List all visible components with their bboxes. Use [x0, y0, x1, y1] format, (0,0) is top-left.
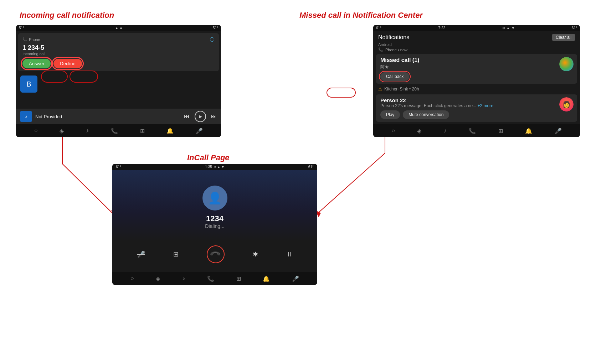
incall-nav-mic[interactable]: 🎤 [292, 275, 299, 282]
incoming-phone-icon: 📞 [22, 37, 27, 41]
kitchen-sink-row: ⚠ Kitchen Sink • 20h [373, 85, 580, 93]
keypad-icon: ⊞ [173, 250, 179, 258]
prev-button[interactable]: ⏮ [184, 113, 190, 120]
incall-status-bar: 61° 1:35 ⊕ ▲ ▼ 61° [112, 164, 317, 170]
incall-nav-diamond[interactable]: ◈ [156, 275, 160, 282]
app-icon-1-letter: B [26, 80, 31, 88]
call-back-button[interactable]: Call back [380, 72, 409, 81]
missed-call-panel: 61° 7:22 ⊕ ▲ ▼ 61° Notifications Clear a… [373, 25, 580, 137]
svg-line-1 [62, 164, 113, 214]
missed-call-card: Missed call (1) 阿★ Call back [376, 54, 577, 84]
incall-time: 1:35 [205, 165, 212, 169]
phone-time-label: Phone • now [385, 48, 407, 52]
missed-nav-phone[interactable]: 📞 [469, 128, 476, 134]
person22-name: Person 22 [380, 97, 573, 103]
nav-grid[interactable]: ⊞ [140, 128, 145, 134]
incoming-bluetooth-icon: ⬡ [210, 36, 215, 43]
missed-status-icons: ⊕ ▲ ▼ [502, 26, 515, 30]
incall-status-center: 1:35 ⊕ ▲ ▼ [205, 165, 224, 169]
missed-status-time: 7:22 [438, 26, 445, 30]
more-badge: +2 more [477, 103, 493, 108]
svg-line-4 [317, 153, 385, 214]
incall-nav-bell[interactable]: 🔔 [263, 275, 270, 282]
play-button[interactable]: ▶ [195, 111, 206, 122]
bluetooth-incall-button[interactable]: ✱ [253, 250, 258, 258]
android-label: Android [373, 42, 580, 47]
mute-icon: 🎤 [137, 250, 145, 258]
status-icon-1: ▲ [115, 26, 119, 30]
missed-nav-bell[interactable]: 🔔 [525, 128, 532, 134]
person22-actions: Play Mute conversation [380, 110, 573, 119]
incall-nav-grid[interactable]: ⊞ [236, 275, 241, 282]
incoming-status-right: 51° [213, 26, 218, 30]
person22-avatar: 👩 [559, 97, 574, 111]
notifications-title: Notifications [378, 34, 409, 41]
app-icons-row: B [16, 73, 221, 95]
incall-nav-phone[interactable]: 📞 [207, 275, 214, 282]
missed-status-right: 61° [572, 26, 577, 30]
avatar-icon: 👤 [208, 191, 222, 205]
notifications-header: Notifications Clear all [373, 31, 580, 42]
incall-title: InCall Page [187, 153, 230, 162]
person22-message: Person 22's message; Each click generate… [380, 103, 573, 108]
status-icon-2: ● [120, 26, 122, 30]
incoming-bottom-nav: ○ ◈ ♪ 📞 ⊞ 🔔 🎤 [16, 124, 221, 137]
hold-button[interactable]: ⏸ [286, 251, 293, 258]
incoming-status-icons: ▲ ● [115, 26, 122, 30]
missed-nav-music[interactable]: ♪ [444, 128, 447, 134]
phone-icon-missed: 📞 [378, 47, 383, 52]
incall-nav-music[interactable]: ♪ [182, 275, 185, 282]
end-call-icon: 📞 [209, 248, 222, 261]
nav-music[interactable]: ♪ [86, 128, 89, 134]
warning-icon: ⚠ [378, 87, 382, 92]
incoming-status-left: 51° [19, 26, 24, 30]
track-name: Not Provided [35, 114, 180, 119]
end-call-button[interactable]: 📞 [207, 245, 225, 263]
next-button[interactable]: ⏭ [211, 113, 217, 120]
incoming-call-panel: 51° ▲ ● 51° 📞 Phone ⬡ 1 234-5 Incoming c… [16, 25, 221, 137]
call-status-label: Dialing... [205, 223, 224, 229]
caller-number: 1 234-5 [22, 44, 215, 52]
nav-phone[interactable]: 📞 [111, 128, 118, 134]
incall-status-right: 61° [308, 165, 314, 169]
bluetooth-icon-incall: ✱ [253, 250, 258, 258]
now-playing-bar: ♪ Not Provided ⏮ ▶ ⏭ [16, 109, 221, 124]
nav-home[interactable]: ○ [34, 128, 38, 134]
missed-nav-home[interactable]: ○ [391, 128, 395, 134]
missed-status-left: 61° [376, 26, 381, 30]
nav-diamond[interactable]: ◈ [60, 128, 64, 134]
keypad-button[interactable]: ⊞ [173, 250, 179, 258]
incall-nav-home[interactable]: ○ [130, 275, 134, 282]
music-icon: ♪ [20, 111, 32, 122]
person22-card: Person 22 Person 22's message; Each clic… [376, 94, 577, 122]
missed-title-label: Missed call in Notification Center [299, 11, 423, 20]
missed-nav-mic[interactable]: 🎤 [555, 128, 562, 134]
missed-nav-grid[interactable]: ⊞ [498, 128, 503, 134]
answer-button[interactable]: Answer [22, 59, 51, 68]
missed-icon-2: ▲ [507, 26, 510, 30]
nav-bell[interactable]: 🔔 [166, 128, 174, 134]
media-controls: ⏮ ▶ ⏭ [184, 111, 217, 122]
hold-icon: ⏸ [286, 251, 293, 258]
incoming-app-name: Phone [29, 37, 40, 42]
nav-mic[interactable]: 🎤 [196, 128, 203, 134]
play-button-person22[interactable]: Play [380, 110, 400, 119]
missed-call-count: Missed call (1) [380, 57, 573, 63]
incoming-status-bar: 51° ▲ ● 51° [16, 25, 221, 31]
call-action-buttons: Answer Decline [22, 59, 215, 68]
missed-icon-wifi: ▼ [511, 26, 515, 30]
mute-button-person22[interactable]: Mute conversation [403, 110, 449, 119]
decline-button[interactable]: Decline [53, 59, 82, 68]
missed-nav-diamond[interactable]: ◈ [417, 128, 421, 134]
missed-bottom-nav: ○ ◈ ♪ 📞 ⊞ 🔔 🎤 [373, 124, 580, 137]
incoming-notif-header: 📞 Phone ⬡ [22, 36, 215, 43]
phone-now-row: 📞 Phone • now [373, 47, 580, 53]
clear-all-button[interactable]: Clear all [552, 34, 575, 41]
incall-status-left: 61° [116, 165, 121, 169]
missed-icon-1: ⊕ [502, 26, 505, 30]
mute-incall-button[interactable]: 🎤 [137, 250, 145, 258]
incoming-title: Incoming call notification [20, 11, 114, 20]
app-icon-1[interactable]: B [20, 76, 37, 93]
incall-action-buttons: 🎤 ⊞ 📞 ✱ ⏸ [112, 241, 317, 267]
missed-avatar [559, 57, 574, 71]
